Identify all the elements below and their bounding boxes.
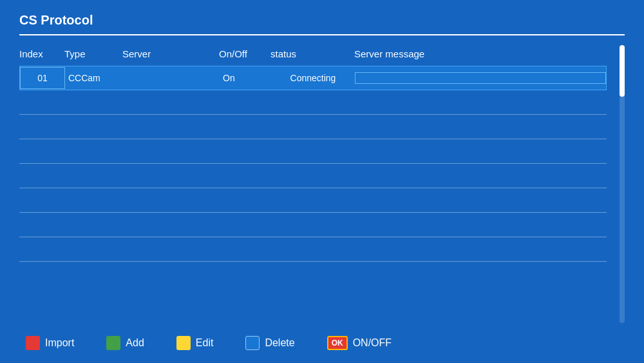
scrollbar-thumb [620,45,625,97]
edit-label: Edit [196,337,214,349]
table-row [19,188,607,213]
footer: Import Add Edit Delete OK ON/OFF [19,323,625,350]
cell-message [355,72,606,84]
col-server: Server [122,48,219,59]
cell-onoff: On [220,68,271,88]
cell-server [123,73,220,83]
table-header: Index Type Server On/Off status Server m… [19,45,607,63]
table-row[interactable]: 01 CCCam On Connecting [19,66,607,90]
table-row [19,237,607,262]
footer-item-add[interactable]: Add [106,336,144,350]
footer-item-onoff[interactable]: OK ON/OFF [327,336,392,350]
import-label: Import [45,337,74,349]
table-row [19,139,607,164]
cell-status: Connecting [271,68,355,88]
footer-item-delete[interactable]: Delete [245,336,294,350]
cell-type: CCCam [65,68,123,88]
table-area: Index Type Server On/Off status Server m… [19,45,607,323]
col-onoff: On/Off [219,48,270,59]
delete-icon [245,336,260,350]
table-row [19,213,607,237]
page-title: CS Protocol [19,13,93,27]
add-icon [106,336,120,350]
title-bar: CS Protocol [19,13,625,35]
col-index: Index [19,48,64,59]
onoff-label: ON/OFF [353,337,392,349]
col-type: Type [64,48,122,59]
import-icon [26,336,40,350]
content-area: Index Type Server On/Off status Server m… [19,45,625,323]
col-status: status [270,48,354,59]
add-label: Add [126,337,144,349]
table-row [19,115,607,139]
table-row [19,90,607,115]
main-container: CS Protocol Index Type Server On/Off sta… [0,0,644,363]
table-row [19,164,607,188]
table-rows: 01 CCCam On Connecting [19,66,607,323]
footer-item-edit[interactable]: Edit [176,336,214,350]
edit-icon [176,336,191,350]
ok-badge: OK [327,336,348,350]
footer-item-import[interactable]: Import [26,336,74,350]
col-message: Server message [354,48,607,59]
scrollbar[interactable] [620,45,625,323]
cell-index: 01 [20,67,65,89]
delete-label: Delete [265,337,294,349]
